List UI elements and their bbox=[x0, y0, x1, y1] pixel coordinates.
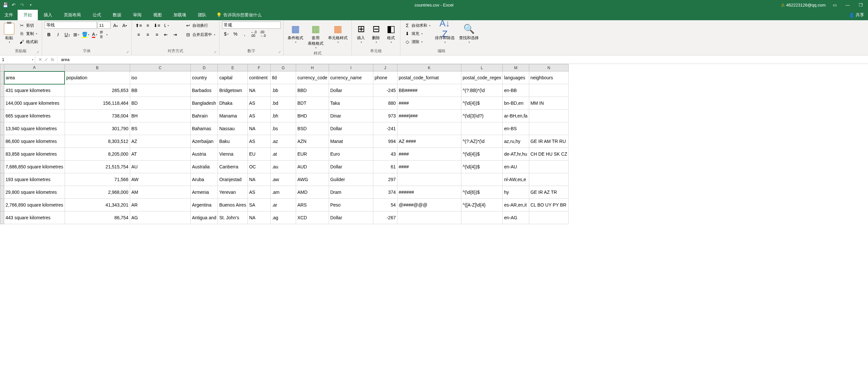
cell[interactable]: Dollar bbox=[329, 160, 373, 173]
row-header[interactable] bbox=[0, 199, 4, 211]
restore-icon[interactable]: ❐ bbox=[857, 3, 865, 7]
cell[interactable]: EU bbox=[247, 148, 270, 160]
cell[interactable]: Dram bbox=[329, 186, 373, 199]
cell[interactable]: Dollar bbox=[329, 211, 373, 224]
row-header[interactable] bbox=[0, 160, 4, 173]
cell[interactable] bbox=[461, 122, 502, 135]
cell[interactable]: Guilder bbox=[329, 173, 373, 186]
comma-icon[interactable]: , bbox=[240, 30, 249, 38]
cell[interactable]: CL BO UY PY BR bbox=[529, 199, 569, 211]
cell[interactable]: St. John's bbox=[218, 211, 248, 224]
cell[interactable]: -245 bbox=[373, 84, 397, 97]
cell[interactable]: 29,800 square kilometres bbox=[4, 186, 65, 199]
cell[interactable]: .ar bbox=[270, 199, 296, 211]
cell[interactable]: AR bbox=[130, 199, 190, 211]
font-size-select[interactable] bbox=[97, 22, 111, 29]
cell[interactable]: .bh bbox=[270, 110, 296, 122]
decrease-font-icon[interactable]: A▾ bbox=[120, 22, 129, 29]
cell[interactable]: Manat bbox=[329, 135, 373, 148]
cell[interactable] bbox=[397, 211, 461, 224]
cell[interactable]: currency_code bbox=[296, 71, 329, 84]
cell[interactable]: @####@@@ bbox=[397, 199, 461, 211]
cell[interactable]: 8,205,000 bbox=[65, 148, 130, 160]
cell[interactable]: Dinar bbox=[329, 110, 373, 122]
cell[interactable]: GE IR AM TR RU bbox=[529, 135, 569, 148]
cell[interactable]: 71,566 bbox=[65, 173, 130, 186]
cell[interactable]: en-BS bbox=[503, 122, 529, 135]
cell[interactable]: AW bbox=[130, 173, 190, 186]
align-bottom-icon[interactable]: ⬇≡ bbox=[153, 22, 161, 29]
delete-cells-button[interactable]: ⊟删除▾ bbox=[369, 22, 382, 44]
cell[interactable]: NA bbox=[247, 122, 270, 135]
qat-more-icon[interactable]: ▾ bbox=[28, 2, 33, 7]
cell[interactable]: az,ru,hy bbox=[503, 135, 529, 148]
cell[interactable] bbox=[397, 173, 461, 186]
cell[interactable]: continent bbox=[247, 71, 270, 84]
percent-icon[interactable]: % bbox=[231, 30, 240, 38]
cell[interactable]: hy bbox=[503, 186, 529, 199]
fx-icon[interactable]: fx bbox=[51, 57, 54, 62]
cell[interactable]: BB##### bbox=[397, 84, 461, 97]
pinyin-button[interactable]: 拼音▾ bbox=[99, 31, 108, 38]
column-header[interactable]: F bbox=[247, 64, 270, 71]
cell[interactable]: Austria bbox=[190, 148, 218, 160]
cell[interactable]: ^([A-Z]\d{4} bbox=[461, 199, 502, 211]
align-middle-icon[interactable]: ≡ bbox=[144, 22, 152, 29]
cell[interactable]: #### bbox=[397, 160, 461, 173]
cell[interactable]: .ag bbox=[270, 211, 296, 224]
cell[interactable] bbox=[529, 110, 569, 122]
cell[interactable]: BDT bbox=[296, 97, 329, 110]
cell[interactable]: phone bbox=[373, 71, 397, 84]
cell[interactable]: AM bbox=[130, 186, 190, 199]
tab-view[interactable]: 视图 bbox=[147, 10, 167, 20]
cell[interactable]: ^(?:BB)*(\d bbox=[461, 84, 502, 97]
cell[interactable]: Canberra bbox=[218, 160, 248, 173]
sort-filter-button[interactable]: A↓Z排序和筛选▾ bbox=[434, 22, 456, 44]
cell[interactable]: tld bbox=[270, 71, 296, 84]
cell[interactable]: area bbox=[4, 71, 65, 84]
cell[interactable]: 156,118,464 bbox=[65, 97, 130, 110]
decrease-decimal-icon[interactable]: .00→.0 bbox=[258, 30, 267, 38]
cell[interactable]: nl-AW,es,e bbox=[503, 173, 529, 186]
row-header[interactable] bbox=[0, 84, 4, 97]
cell[interactable]: Taka bbox=[329, 97, 373, 110]
cell[interactable]: .au bbox=[270, 160, 296, 173]
cell[interactable]: Yerevan bbox=[218, 186, 248, 199]
cell[interactable]: 61 bbox=[373, 160, 397, 173]
cell[interactable]: postal_code_regex bbox=[461, 71, 502, 84]
cell[interactable]: postal_code_format bbox=[397, 71, 461, 84]
cell[interactable]: BSD bbox=[296, 122, 329, 135]
column-header[interactable]: M bbox=[503, 64, 529, 71]
cell[interactable]: country bbox=[190, 71, 218, 84]
column-header[interactable]: J bbox=[373, 64, 397, 71]
cancel-icon[interactable]: ✕ bbox=[38, 57, 42, 62]
cell[interactable]: 738,004 bbox=[65, 110, 130, 122]
row-header[interactable] bbox=[0, 110, 4, 122]
cell[interactable]: CH DE HU SK CZ bbox=[529, 148, 569, 160]
name-box[interactable]: 1 bbox=[0, 56, 35, 64]
column-header[interactable]: C bbox=[130, 64, 190, 71]
cell[interactable]: .am bbox=[270, 186, 296, 199]
clear-button[interactable]: ◇清除▾ bbox=[403, 38, 432, 46]
underline-button[interactable]: U▾ bbox=[63, 31, 71, 38]
cell[interactable] bbox=[397, 122, 461, 135]
enter-icon[interactable]: ✓ bbox=[45, 57, 48, 62]
wrap-text-button[interactable]: ↩自动换行 bbox=[184, 22, 217, 29]
formula-input[interactable]: area bbox=[58, 57, 868, 62]
tab-addins[interactable]: 加载项 bbox=[167, 10, 192, 20]
tab-review[interactable]: 审阅 bbox=[127, 10, 147, 20]
undo-icon[interactable]: ↶ bbox=[11, 2, 16, 7]
borders-button[interactable]: ⊞▾ bbox=[72, 31, 81, 38]
cell[interactable]: 193 square kilometres bbox=[4, 173, 65, 186]
cell[interactable]: Peso bbox=[329, 199, 373, 211]
cell[interactable]: Dollar bbox=[329, 84, 373, 97]
row-header[interactable] bbox=[0, 97, 4, 110]
expand-icon[interactable]: ⤢ bbox=[278, 50, 281, 54]
column-header[interactable]: I bbox=[329, 64, 373, 71]
cell[interactable]: Bahamas bbox=[190, 122, 218, 135]
cell[interactable]: Barbados bbox=[190, 84, 218, 97]
cell[interactable]: Aruba bbox=[190, 173, 218, 186]
align-top-icon[interactable]: ⬆≡ bbox=[134, 22, 143, 29]
cell[interactable]: ^(?:AZ)*(\d bbox=[461, 135, 502, 148]
cell[interactable]: OC bbox=[247, 160, 270, 173]
